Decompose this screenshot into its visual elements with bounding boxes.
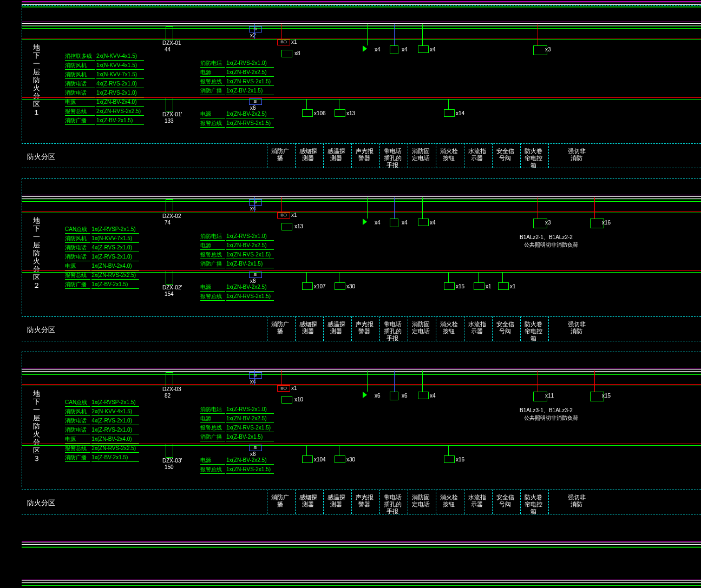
- legend-item: 感烟探测器: [299, 148, 317, 162]
- legend-sep: [548, 316, 549, 341]
- si-count: x6: [250, 105, 256, 111]
- phone-icon: [390, 392, 398, 400]
- legend-item: 消防广播: [271, 494, 289, 508]
- bus-line: [22, 8, 701, 8]
- legend-sep: [492, 143, 493, 168]
- drop-wire: [281, 370, 282, 386]
- legend-sep: [436, 143, 436, 168]
- drop-wire: [339, 273, 339, 282]
- device-count: x11: [545, 393, 554, 399]
- legend-sep: [520, 143, 521, 168]
- drop-wire: [478, 273, 479, 282]
- dzx-id: DZX-01: [162, 40, 181, 46]
- bo-count: x1: [291, 212, 297, 218]
- drop-wire: [538, 24, 538, 45]
- legend-item: 消防固定电话: [411, 321, 430, 335]
- legend-sep: [295, 316, 296, 341]
- smoke-detector-icon: [302, 282, 313, 290]
- drop-wire: [339, 446, 339, 455]
- device-count: x106: [314, 110, 326, 116]
- drop-wire: [394, 371, 395, 392]
- mid-cable-spec-bot: 电源1x(ZN-BV-2x2.5)报警总线1x(ZN-RVS-2x1.5): [199, 109, 275, 129]
- legend-sep: [379, 316, 380, 341]
- bus-line: [22, 23, 701, 24]
- panel-annotation: B1ALz3-1、B1ALz3-2: [520, 407, 573, 414]
- si-module: SI: [249, 199, 262, 206]
- drop-wire: [254, 370, 255, 385]
- legend-item: 水流指示器: [468, 148, 486, 162]
- drop-wire: [367, 24, 368, 45]
- panel-annotation: 公共照明切非消防负荷: [524, 241, 578, 249]
- heat-detector-icon: [335, 109, 345, 117]
- bus-line: [22, 368, 701, 368]
- legend-item: 带电话插孔的手报: [383, 494, 402, 515]
- heat-detector-icon: [335, 282, 345, 290]
- device-count: x4: [375, 47, 381, 52]
- zone-label: 地下一层防火分区３: [32, 389, 40, 463]
- zone-border: [22, 5, 22, 141]
- zone-border: [22, 352, 701, 352]
- si-module: SI: [249, 26, 262, 32]
- drop-wire: [281, 24, 282, 40]
- dzx-count: 44: [165, 47, 171, 52]
- si-module: SI: [249, 98, 262, 105]
- bus-line: [22, 582, 701, 583]
- bus-line: [22, 211, 701, 212]
- bus-line: [22, 4, 701, 5]
- bus-line: [22, 541, 701, 541]
- hydrant-button-icon: [444, 109, 455, 117]
- bus-line: [22, 547, 701, 548]
- legend-item: 防火卷帘电控箱: [524, 494, 542, 515]
- legend-sep: [267, 490, 267, 514]
- legend-sep: [492, 316, 493, 341]
- bus-line: [22, 201, 701, 202]
- si-count: x6: [250, 278, 256, 284]
- bus-line: [22, 22, 701, 22]
- drop-wire: [594, 371, 595, 392]
- fixed-phone-icon: [418, 219, 429, 226]
- speaker-icon: [281, 396, 292, 404]
- drop-wire: [594, 197, 595, 219]
- bus-line: [22, 579, 701, 579]
- device-count: x15: [602, 393, 611, 399]
- device-count: x1: [510, 283, 516, 289]
- zone-border: [22, 179, 22, 314]
- dzx-id: DZX-03: [162, 386, 181, 392]
- bus-line: [22, 195, 701, 195]
- dzx-count: 74: [165, 220, 171, 226]
- bus-line: [22, 374, 701, 375]
- legend-sep: [548, 490, 549, 514]
- drop-wire: [422, 371, 423, 392]
- device-count: x6: [402, 393, 408, 399]
- zone-border: [22, 352, 22, 487]
- hydrant-button-icon: [444, 282, 455, 290]
- legend-item: 带电话插孔的手报: [383, 148, 402, 169]
- alarm-icon: [363, 45, 367, 52]
- bus-line: [22, 28, 701, 29]
- bus-line: [22, 3, 701, 3]
- bus-line: [22, 213, 701, 213]
- legend-sep: [464, 143, 464, 168]
- legend-item: 消防广播: [271, 148, 289, 162]
- bus-line: [22, 580, 701, 581]
- left-cable-spec: CAN总线1x(Z-RVSP-2x1.5)消防风机2x(N-KVV-4x1.5)…: [64, 398, 140, 463]
- legend-item: 声光报警器: [355, 148, 374, 162]
- speaker-icon: [281, 50, 292, 57]
- device-count: x3: [545, 47, 551, 52]
- legend-sep: [520, 490, 521, 514]
- legend-sep: [464, 490, 464, 514]
- bo-count: x1: [291, 39, 297, 45]
- legend-sep: [295, 490, 296, 514]
- bus-line: [22, 445, 701, 446]
- dzx-count: 154: [165, 291, 174, 297]
- legend-item: 消火栓按钮: [440, 148, 458, 162]
- legend-sep: [520, 316, 521, 341]
- dzx-module: [166, 199, 173, 213]
- bus-line: [22, 371, 701, 372]
- bus-line: [22, 386, 701, 386]
- panel-annotation: B1ALz2-1、B1ALz2-2: [520, 234, 573, 241]
- device-count: x4: [402, 47, 408, 52]
- legend-sep: [548, 143, 549, 168]
- bus-line: [22, 99, 701, 100]
- dzx-id: DZX-02': [162, 285, 182, 290]
